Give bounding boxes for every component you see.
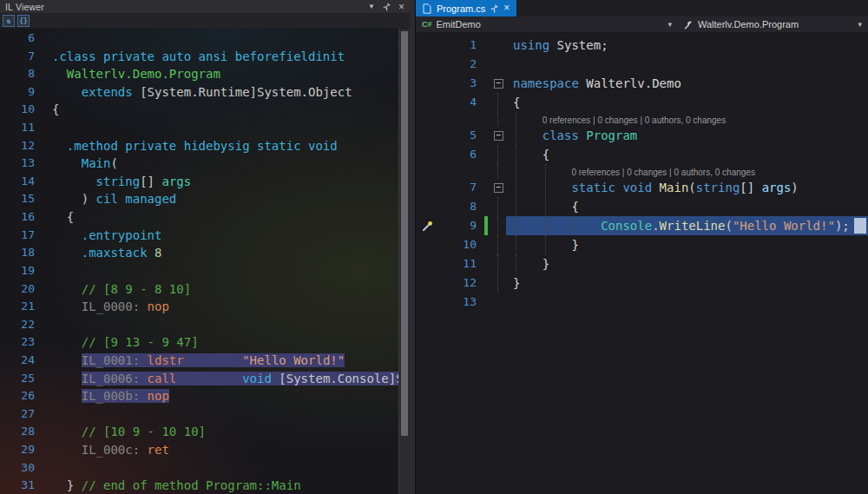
codelens-text[interactable]: 0 references | 0 changes | 0 authors, 0 …: [506, 112, 868, 126]
editor-line[interactable]: 7− static void Main(string[] args): [416, 178, 868, 197]
line-number[interactable]: 5: [438, 126, 483, 145]
editor-line[interactable]: 9 Console.WriteLine("Hello World!");: [416, 216, 868, 235]
editor-line[interactable]: 3−namespace Walterlv.Demo: [416, 74, 868, 93]
line-number[interactable]: 10: [438, 235, 483, 254]
line-number: 6: [0, 30, 42, 48]
editor-line[interactable]: 13: [416, 293, 868, 312]
il-code-text: // [8 9 - 8 10]: [42, 280, 191, 299]
il-code-text: // [10 9 - 10 10]: [42, 423, 206, 441]
fold-margin: [490, 273, 506, 293]
glyph-margin: [416, 164, 438, 178]
line-number[interactable]: 3: [438, 74, 483, 93]
il-scrollbar[interactable]: [398, 29, 410, 494]
il-code-line[interactable]: 24 IL_0001: ldstr "Hello World!": [0, 352, 410, 370]
auto-hide-pin-icon[interactable]: [383, 3, 391, 11]
fold-margin: [490, 216, 506, 235]
il-code-text: .class private auto ansi beforefieldinit: [42, 48, 345, 66]
il-code-line[interactable]: 9 extends [System.Runtime]System.Object: [0, 83, 410, 102]
project-dropdown[interactable]: C# EmitDemo ▾: [416, 16, 678, 32]
close-icon[interactable]: ×: [398, 3, 404, 11]
il-code-line[interactable]: 21 IL_0000: nop: [0, 298, 410, 316]
il-code-line[interactable]: 6: [0, 30, 410, 48]
close-icon[interactable]: ×: [503, 3, 510, 13]
il-code-line[interactable]: 15 ) cil managed: [0, 190, 410, 208]
glyph-margin: [416, 36, 438, 55]
il-code-line[interactable]: 26 IL_000b: nop: [0, 387, 410, 405]
editor-line[interactable]: 6 {: [416, 145, 868, 164]
editor-line[interactable]: 1using System;: [416, 36, 868, 55]
il-viewer-toolbar: ⇅ {}: [0, 14, 410, 29]
line-number[interactable]: 4: [438, 93, 483, 112]
il-code-text: .entrypoint: [42, 227, 161, 245]
il-code-line[interactable]: 18 .maxstack 8: [0, 244, 410, 262]
editor-line[interactable]: 5− class Program: [416, 126, 868, 145]
code-editor[interactable]: 1using System;23−namespace Walterlv.Demo…: [416, 33, 868, 494]
editor-line[interactable]: 4{: [416, 93, 868, 112]
il-code-line[interactable]: 29 IL_000c: ret: [0, 441, 410, 459]
type-name: Walterlv.Demo.Program: [698, 19, 799, 30]
line-number[interactable]: [438, 164, 483, 178]
il-code-line[interactable]: 12 .method private hidebysig static void: [0, 137, 410, 155]
il-code-text: .method private hidebysig static void: [42, 137, 338, 155]
il-code-line[interactable]: 28 // [10 9 - 10 10]: [0, 423, 410, 441]
fold-margin: [490, 293, 506, 312]
line-number[interactable]: 12: [438, 273, 483, 293]
collapse-toggle-icon[interactable]: −: [490, 178, 506, 197]
codelens-text[interactable]: 0 references | 0 changes | 0 authors, 0 …: [506, 164, 868, 178]
il-code-line[interactable]: 16 {: [0, 208, 410, 227]
il-code-area[interactable]: 67.class private auto ansi beforefieldin…: [0, 29, 410, 494]
il-code-text: IL_0001: ldstr "Hello World!": [42, 352, 345, 370]
change-margin: [483, 178, 490, 197]
il-code-line[interactable]: 31 } // end of method Program::Main: [0, 477, 410, 494]
editor-line[interactable]: 10 }: [416, 235, 868, 254]
type-member-dropdown[interactable]: Walterlv.Demo.Program ▾: [678, 16, 868, 32]
collapse-toggle-icon[interactable]: −: [490, 74, 506, 93]
line-glyph-icon[interactable]: [416, 216, 438, 235]
glyph-margin: [416, 55, 438, 74]
window-position-icon[interactable]: ▼: [368, 3, 375, 10]
il-code-line[interactable]: 27: [0, 405, 410, 424]
line-number: 10: [0, 101, 42, 119]
line-number[interactable]: 9: [438, 216, 483, 235]
il-code-text: extends [System.Runtime]System.Object: [42, 83, 352, 102]
il-code-line[interactable]: 14 string[] args: [0, 173, 410, 191]
editor-line[interactable]: 8 {: [416, 197, 868, 216]
il-scrollbar-thumb[interactable]: [401, 31, 408, 436]
line-number[interactable]: 2: [438, 55, 483, 74]
sync-caret-icon[interactable]: ⇅: [3, 15, 15, 27]
line-number[interactable]: [438, 112, 483, 126]
line-number[interactable]: 1: [438, 36, 483, 55]
il-code-line[interactable]: 23 // [9 13 - 9 47]: [0, 333, 410, 352]
il-code-line[interactable]: 30: [0, 459, 410, 478]
il-code-line[interactable]: 7.class private auto ansi beforefieldini…: [0, 48, 410, 66]
il-code-line[interactable]: 11: [0, 119, 410, 137]
editor-line[interactable]: 12}: [416, 273, 868, 293]
line-number: 18: [0, 244, 42, 262]
line-number[interactable]: 13: [438, 293, 483, 312]
il-code-line[interactable]: 25 IL_0006: call void [System.Console]S: [0, 370, 410, 388]
fold-margin: [490, 55, 506, 74]
editor-line[interactable]: 2: [416, 55, 868, 74]
line-number: 19: [0, 262, 42, 280]
line-number[interactable]: 6: [438, 145, 483, 164]
il-code-line[interactable]: 10{: [0, 101, 410, 119]
line-number[interactable]: 8: [438, 197, 483, 216]
line-number: 14: [0, 173, 42, 191]
editor-line[interactable]: 11 }: [416, 254, 868, 273]
collapse-toggle-icon[interactable]: −: [490, 126, 506, 145]
tab-program-cs[interactable]: Program.cs ×: [416, 0, 516, 16]
il-viewer-titlebar[interactable]: IL Viewer ▼ ×: [0, 0, 410, 14]
il-code-line[interactable]: 8 Walterlv.Demo.Program: [0, 65, 410, 83]
line-number[interactable]: 7: [438, 178, 483, 197]
change-margin: [483, 293, 490, 312]
line-number[interactable]: 11: [438, 254, 483, 273]
sync-selection-icon[interactable]: {}: [17, 15, 30, 27]
il-code-line[interactable]: 22: [0, 316, 410, 334]
code-text: [506, 55, 868, 74]
il-code-line[interactable]: 20 // [8 9 - 8 10]: [0, 280, 410, 299]
pin-icon[interactable]: [490, 4, 498, 13]
il-code-line[interactable]: 17 .entrypoint: [0, 227, 410, 245]
il-code-text: IL_000b: nop: [42, 387, 169, 405]
il-code-line[interactable]: 19: [0, 262, 410, 280]
il-code-line[interactable]: 13 Main(: [0, 155, 410, 173]
